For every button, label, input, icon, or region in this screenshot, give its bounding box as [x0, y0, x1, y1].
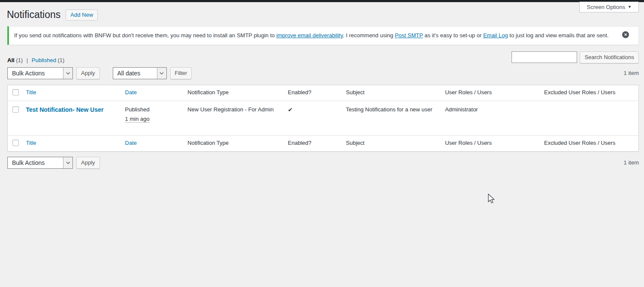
filter-all-link[interactable]: All	[7, 57, 15, 63]
add-new-button[interactable]: Add New	[66, 9, 98, 21]
date-filter-select[interactable]: All dates	[113, 67, 167, 79]
column-header-enabled: Enabled?	[283, 85, 341, 101]
select-all-checkbox[interactable]	[12, 89, 19, 96]
notifications-table: Title Date Notification Type Enabled? Su…	[7, 85, 639, 152]
user-roles-cell: Administrator	[441, 101, 540, 135]
chevron-down-icon	[63, 157, 72, 168]
notice-banner: If you send out notifications with BNFW …	[7, 26, 639, 45]
search-input[interactable]	[512, 51, 577, 63]
tablenav-bottom: Bulk Actions Apply 1 item	[7, 157, 639, 169]
bulk-actions-top: Bulk Actions Apply All dates Filter	[7, 67, 192, 79]
admin-bar	[0, 0, 644, 2]
apply-button[interactable]: Apply	[76, 67, 100, 79]
column-header-roles: User Roles / Users	[441, 135, 540, 151]
item-count: 1 item	[624, 70, 639, 76]
item-count: 1 item	[624, 159, 639, 166]
bulk-actions-select[interactable]: Bulk Actions	[7, 157, 73, 169]
notice-link-post-smtp[interactable]: Post SMTP	[395, 32, 423, 39]
row-checkbox[interactable]	[12, 106, 19, 113]
column-header-type: Notification Type	[183, 85, 283, 101]
filter-all-count: (1)	[16, 57, 23, 63]
notification-title-link[interactable]: Test Notification- New User	[26, 106, 104, 113]
column-header-subject: Subject	[342, 135, 441, 151]
bulk-actions-selected-value: Bulk Actions	[8, 68, 49, 79]
notice-link-deliverability[interactable]: improve email deliverability	[276, 32, 343, 39]
notice-text: . I recommend using	[343, 32, 394, 39]
dismiss-notice-icon[interactable]: ✕	[622, 31, 629, 38]
notice-text: as it's easy to set-up or	[423, 32, 483, 39]
sort-title-header[interactable]: Title	[26, 140, 36, 146]
page-title: Notifications	[7, 9, 60, 21]
column-header-excluded: Excluded User Roles / Users	[540, 135, 639, 151]
tablenav-top: Bulk Actions Apply All dates Filter 1 it…	[7, 67, 639, 79]
sort-title-header[interactable]: Title	[26, 89, 36, 96]
notification-type-cell: New User Registration - For Admin	[183, 101, 283, 135]
column-header-type: Notification Type	[183, 135, 283, 151]
bulk-actions-selected-value: Bulk Actions	[8, 157, 49, 168]
column-header-excluded: Excluded User Roles / Users	[540, 85, 639, 101]
column-header-enabled: Enabled?	[283, 135, 341, 151]
chevron-down-icon	[63, 68, 72, 79]
date-status: Published	[125, 106, 150, 113]
page-header: Notifications Add New	[7, 9, 639, 21]
filter-button[interactable]: Filter	[170, 67, 192, 79]
select-all-checkbox[interactable]	[12, 140, 19, 146]
bulk-actions-bottom: Bulk Actions Apply	[7, 157, 100, 169]
notice-link-email-log[interactable]: Email Log	[483, 32, 508, 39]
filter-and-search-row: All (1) | Published (1) Search Notificat…	[7, 51, 639, 63]
filter-published-count: (1)	[58, 57, 65, 63]
sort-date-header[interactable]: Date	[125, 140, 137, 146]
column-header-subject: Subject	[342, 85, 441, 101]
status-filter-links: All (1) | Published (1)	[7, 57, 64, 63]
filter-separator: |	[27, 57, 28, 63]
table-header-row: Title Date Notification Type Enabled? Su…	[8, 85, 639, 101]
excluded-roles-cell	[540, 101, 639, 135]
screen-options-button[interactable]: Screen Options ▼	[579, 2, 639, 12]
table-footer-row: Title Date Notification Type Enabled? Su…	[8, 135, 639, 151]
notice-text: to just log and view emails that are sen…	[508, 32, 609, 39]
mouse-cursor	[488, 194, 496, 205]
filter-published-link[interactable]: Published	[32, 57, 56, 63]
search-box: Search Notifications	[512, 51, 639, 63]
search-notifications-button[interactable]: Search Notifications	[580, 51, 639, 63]
notice-text: If you send out notifications with BNFW …	[14, 32, 276, 39]
apply-button[interactable]: Apply	[76, 157, 100, 169]
check-icon: ✔	[288, 106, 293, 113]
subject-cell: Testing Notifications for a new user	[342, 101, 441, 135]
table-row: Test Notification- New User Published 1 …	[8, 101, 639, 135]
sort-date-header[interactable]: Date	[125, 89, 137, 96]
chevron-down-icon: ▼	[628, 5, 632, 9]
bulk-actions-select[interactable]: Bulk Actions	[7, 67, 73, 79]
date-filter-selected-value: All dates	[113, 68, 145, 79]
date-relative: 1 min ago	[125, 116, 150, 123]
screen-options-label: Screen Options	[587, 4, 625, 10]
main-content: Notifications Add New If you send out no…	[0, 0, 644, 169]
chevron-down-icon	[157, 68, 166, 79]
column-header-roles: User Roles / Users	[441, 85, 540, 101]
